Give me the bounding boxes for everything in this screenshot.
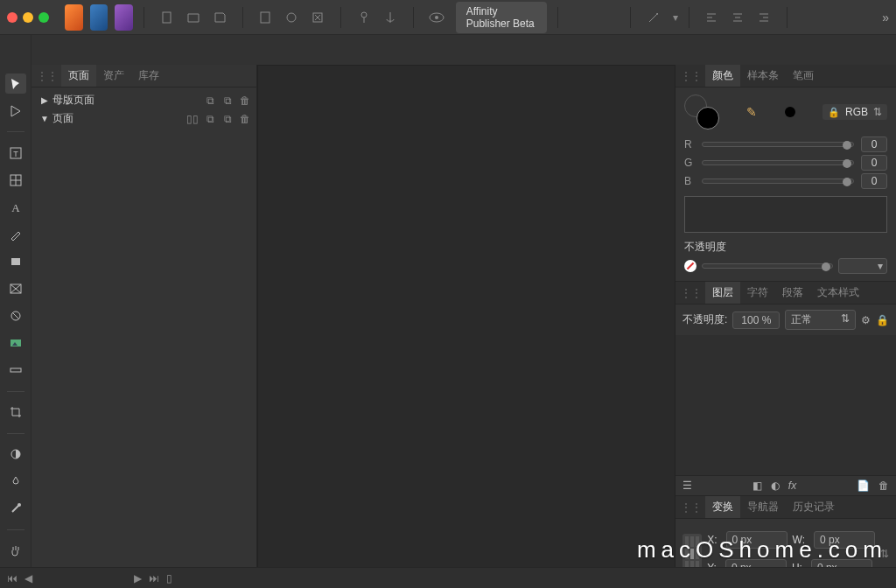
window-zoom[interactable]	[38, 12, 49, 23]
add-layer-icon[interactable]: 📄	[857, 480, 870, 492]
tab-stroke[interactable]: 笔画	[786, 65, 821, 87]
panel-grip-icon[interactable]: ⋮⋮	[681, 287, 702, 299]
trash-icon[interactable]: 🗑	[239, 113, 251, 125]
ellipse-button[interactable]	[279, 6, 304, 29]
tab-stock[interactable]: 库存	[131, 65, 166, 87]
trash-icon[interactable]: 🗑	[239, 94, 251, 107]
g-slider[interactable]	[702, 160, 854, 165]
adjustment-icon[interactable]: ◐	[771, 480, 780, 492]
artistic-text-tool[interactable]: A	[5, 197, 26, 217]
fill-tool[interactable]	[5, 444, 26, 465]
tab-character[interactable]: 字符	[740, 282, 775, 304]
anchor-button[interactable]	[378, 6, 402, 29]
tab-layers[interactable]: 图层	[705, 282, 740, 304]
frame-text-tool[interactable]: T	[5, 143, 26, 163]
toolbar-overflow-icon[interactable]: »	[882, 10, 889, 24]
x-field[interactable]: 0 px	[726, 531, 788, 549]
opacity-slider[interactable]	[702, 263, 833, 269]
picture-frame-tool[interactable]	[5, 278, 26, 298]
preview-button[interactable]	[424, 6, 449, 29]
window-minimize[interactable]	[23, 12, 33, 23]
ellipse-tool[interactable]	[5, 305, 26, 326]
copy-icon[interactable]: ⧉	[204, 94, 216, 107]
align-right-button[interactable]	[752, 6, 776, 29]
gear-icon[interactable]: ⚙	[861, 314, 871, 326]
persona-designer-icon[interactable]	[90, 4, 108, 31]
distribute-h-button[interactable]	[798, 6, 822, 29]
color-picker-tool[interactable]	[5, 499, 26, 519]
persona-photo-icon[interactable]	[115, 4, 133, 31]
vector-crop-tool[interactable]	[5, 360, 26, 381]
delete-button[interactable]	[305, 6, 330, 29]
fill-swatch[interactable]	[696, 107, 719, 130]
place-image-tool[interactable]	[5, 333, 26, 354]
tab-color[interactable]: 颜色	[705, 65, 740, 87]
rectangle-tool[interactable]	[5, 251, 26, 271]
color-mode-select[interactable]: 🔒 RGB ⇅	[822, 104, 887, 120]
first-page-icon[interactable]: ⏮	[7, 572, 18, 584]
panel-grip-icon[interactable]: ⋮⋮	[681, 70, 702, 82]
mask-icon[interactable]: ◧	[752, 480, 762, 492]
move-tool[interactable]	[5, 74, 26, 94]
disclosure-right-icon[interactable]: ▶	[40, 95, 49, 105]
tab-paragraph[interactable]: 段落	[775, 282, 810, 304]
node-tool[interactable]	[5, 101, 26, 121]
tab-navigator[interactable]: 导航器	[740, 496, 786, 518]
last-page-icon[interactable]: ⏭	[149, 572, 159, 584]
duplicate-icon[interactable]: ⧉	[221, 113, 234, 125]
tree-row-pages[interactable]: ▼ 页面 ▯▯ ⧉ ⧉ 🗑	[32, 109, 256, 128]
copy-icon[interactable]: ⧉	[204, 113, 216, 125]
layer-opacity-value[interactable]: 100 %	[732, 312, 780, 329]
delete-layer-icon[interactable]: 🗑	[878, 480, 889, 492]
b-slider[interactable]	[702, 178, 854, 184]
tab-transform[interactable]: 变换	[705, 496, 740, 518]
panel-grip-icon[interactable]: ⋮⋮	[37, 70, 58, 82]
tab-swatches[interactable]: 样本条	[740, 65, 786, 87]
save-doc-button[interactable]	[207, 6, 232, 29]
r-slider[interactable]	[702, 142, 854, 147]
blend-mode-select[interactable]: 正常⇅	[785, 310, 856, 330]
arrange-button[interactable]	[850, 6, 875, 29]
fill-stroke-swatches[interactable]	[684, 94, 719, 130]
distribute-v-button[interactable]	[824, 6, 849, 29]
tb-btn-a[interactable]	[569, 6, 593, 29]
b-value[interactable]: 0	[861, 173, 887, 189]
align-left-button[interactable]	[699, 6, 724, 29]
duplicate-icon[interactable]: ⧉	[221, 94, 234, 107]
panel-grip-icon[interactable]: ⋮⋮	[681, 501, 702, 514]
table-tool[interactable]	[5, 170, 26, 190]
link-wh-icon[interactable]: ⇅	[880, 548, 889, 560]
eyedropper-icon[interactable]: ✎	[746, 105, 757, 119]
tab-pages[interactable]: 页面	[61, 65, 96, 87]
tab-textstyles[interactable]: 文本样式	[810, 282, 866, 304]
transparency-tool[interactable]	[5, 472, 26, 492]
open-doc-button[interactable]	[181, 6, 206, 29]
window-close[interactable]	[7, 12, 18, 23]
opacity-dropdown[interactable]: ▾	[838, 258, 887, 274]
new-doc-button[interactable]	[155, 6, 179, 29]
next-page-icon[interactable]: ▶	[134, 572, 142, 584]
page-thumb-icon[interactable]: ▯	[166, 572, 172, 584]
spread-icon[interactable]: ▯▯	[186, 113, 199, 125]
pin-button[interactable]	[352, 6, 376, 29]
document-canvas[interactable]	[257, 65, 676, 570]
no-fill-icon[interactable]	[684, 260, 696, 272]
align-center-button[interactable]	[725, 6, 750, 29]
lock-icon[interactable]: 🔒	[876, 314, 889, 326]
layers-stack-icon[interactable]: ☰	[682, 480, 692, 492]
disclosure-down-icon[interactable]: ▼	[40, 114, 49, 123]
crop-tool[interactable]	[5, 402, 26, 423]
persona-publisher-icon[interactable]	[65, 4, 83, 31]
g-value[interactable]: 0	[861, 155, 887, 171]
tree-row-master[interactable]: ▶ 母版页面 ⧉ ⧉ 🗑	[32, 91, 256, 109]
wand-button[interactable]	[641, 6, 666, 29]
tab-history[interactable]: 历史记录	[786, 496, 842, 518]
tb-btn-b[interactable]	[595, 6, 620, 29]
lock-icon[interactable]: 🔒	[828, 107, 840, 118]
r-value[interactable]: 0	[861, 136, 887, 152]
pan-tool[interactable]	[5, 541, 26, 561]
pen-tool[interactable]	[5, 224, 26, 244]
tab-assets[interactable]: 资产	[96, 65, 131, 87]
page-add-button[interactable]	[253, 6, 277, 29]
fx-icon[interactable]: fx	[788, 480, 796, 492]
